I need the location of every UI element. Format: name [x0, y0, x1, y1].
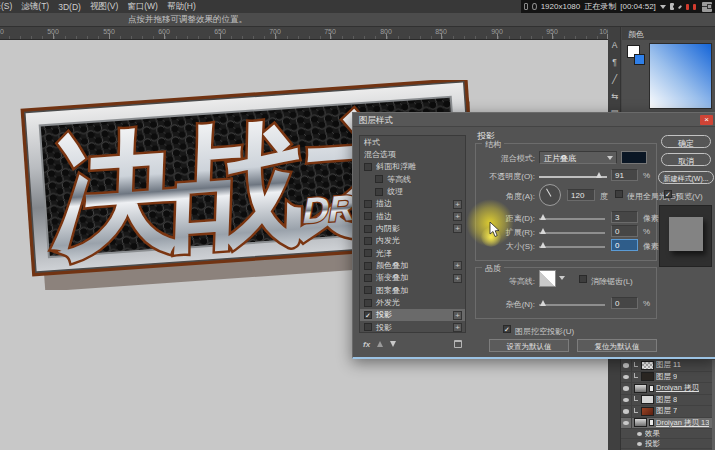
layer-thumbnail[interactable]: [634, 418, 647, 427]
size-slider-handle[interactable]: [540, 242, 546, 248]
style-item-stroke-1[interactable]: 描边: [360, 198, 465, 210]
checkbox-icon[interactable]: [364, 262, 372, 270]
plus-icon[interactable]: [453, 311, 462, 320]
eye-icon[interactable]: [637, 442, 642, 446]
angle-dial[interactable]: [539, 184, 561, 206]
preview-checkbox[interactable]: [664, 190, 672, 198]
noise-value[interactable]: 0: [611, 297, 638, 309]
layer-name[interactable]: 图层 8: [656, 395, 677, 405]
tool-presets-icon[interactable]: ⇆: [608, 88, 621, 105]
layer-thumbnail[interactable]: [641, 395, 654, 404]
fx-button[interactable]: fx: [363, 340, 370, 349]
layer-thumbnail[interactable]: [641, 372, 654, 381]
visibility-toggle[interactable]: [621, 418, 632, 429]
layer-thumbnail[interactable]: [641, 361, 654, 370]
angle-value[interactable]: 120: [567, 189, 595, 201]
plus-icon[interactable]: [453, 261, 462, 270]
plus-icon[interactable]: [453, 212, 462, 221]
background-color-swatch[interactable]: [634, 54, 645, 65]
move-up-icon[interactable]: [377, 341, 383, 347]
menu-help[interactable]: 帮助(H): [167, 1, 196, 13]
antialias-checkbox[interactable]: [579, 275, 587, 283]
spread-slider-handle[interactable]: [540, 228, 546, 234]
color-picker-field[interactable]: [649, 43, 712, 109]
layer-name[interactable]: Droiyan 拷贝: [656, 383, 699, 393]
checkbox-icon[interactable]: [364, 225, 372, 233]
color-panel-tab[interactable]: 颜色: [622, 27, 715, 40]
ok-button[interactable]: 确定: [661, 135, 711, 148]
layer-effects-row[interactable]: 效果: [621, 429, 715, 439]
plus-icon[interactable]: [453, 224, 462, 233]
visibility-toggle[interactable]: [621, 406, 632, 417]
menu-select[interactable]: 选择(S): [0, 1, 12, 13]
effects-label[interactable]: 效果: [645, 429, 660, 439]
layer-thumbnail[interactable]: [634, 384, 647, 393]
menu-window[interactable]: 窗口(W): [127, 1, 158, 13]
spread-value[interactable]: 0: [611, 225, 638, 237]
style-item-inner-glow[interactable]: 内发光: [360, 235, 465, 247]
style-item-color-overlay[interactable]: 颜色叠加: [360, 259, 465, 271]
layer-effect-row[interactable]: 投影: [621, 439, 715, 449]
style-item-inner-shadow[interactable]: 内阴影: [360, 222, 465, 234]
reset-default-button[interactable]: 复位为默认值: [577, 339, 657, 352]
set-default-button[interactable]: 设置为默认值: [489, 339, 569, 352]
blend-mode-select[interactable]: 正片叠底: [539, 151, 617, 164]
checkbox-icon[interactable]: [364, 299, 372, 307]
style-item-outer-glow[interactable]: 外发光: [360, 296, 465, 308]
style-item-pattern-overlay[interactable]: 图案叠加: [360, 284, 465, 296]
size-slider[interactable]: [539, 246, 605, 248]
menu-3d[interactable]: 3D(D): [58, 2, 81, 12]
layer-row[interactable]: Droiyan 拷贝: [621, 383, 715, 395]
new-style-button[interactable]: 新建样式(W)...: [658, 171, 714, 184]
checkbox-icon[interactable]: [364, 212, 372, 220]
layer-row-selected[interactable]: Droiyan 拷贝 13: [621, 418, 715, 430]
style-item-contour[interactable]: 等高线: [360, 173, 465, 185]
spread-slider[interactable]: [539, 232, 605, 234]
delete-effect-icon[interactable]: [454, 340, 462, 348]
style-item-blending-options[interactable]: 混合选项: [360, 148, 465, 160]
recorder-grid-icon[interactable]: [524, 3, 528, 10]
recorder-dropdown-icon[interactable]: [660, 5, 666, 9]
knockout-checkbox[interactable]: [503, 325, 511, 333]
shadow-color-swatch[interactable]: [621, 151, 647, 164]
style-item-bevel-emboss[interactable]: 斜面和浮雕: [360, 161, 465, 173]
noise-slider[interactable]: [539, 304, 605, 306]
checkbox-icon[interactable]: [364, 249, 372, 257]
effect-label[interactable]: 投影: [645, 439, 660, 449]
layer-row[interactable]: 图层 9: [621, 372, 715, 384]
distance-slider-handle[interactable]: [540, 214, 546, 220]
plus-icon[interactable]: [453, 274, 462, 283]
recorder-camera-icon[interactable]: [670, 3, 674, 10]
recorder-zoom-icon[interactable]: [532, 3, 536, 10]
distance-value[interactable]: 3: [611, 211, 638, 223]
opacity-value[interactable]: 91: [611, 169, 638, 181]
layer-name[interactable]: Droiyan 拷贝 13: [656, 418, 709, 428]
distance-slider[interactable]: [539, 218, 605, 220]
checkbox-icon[interactable]: [364, 286, 372, 294]
visibility-toggle[interactable]: [621, 395, 632, 406]
brush-panel-icon[interactable]: ╱: [608, 71, 621, 88]
move-down-icon[interactable]: [390, 341, 396, 347]
style-item-stroke-2[interactable]: 描边: [360, 210, 465, 222]
recorder-pen-icon[interactable]: [678, 4, 682, 8]
checkbox-icon[interactable]: [364, 237, 372, 245]
style-item-drop-shadow-2[interactable]: 投影: [360, 321, 465, 333]
layer-row[interactable]: 图层 8: [621, 395, 715, 407]
noise-slider-handle[interactable]: [540, 300, 546, 306]
contour-dropdown-icon[interactable]: [559, 276, 565, 280]
checkbox-icon[interactable]: [375, 188, 383, 196]
global-light-checkbox[interactable]: [615, 190, 623, 198]
character-panel-icon[interactable]: A: [608, 37, 621, 54]
style-item-styles[interactable]: 样式: [360, 136, 465, 148]
visibility-toggle[interactable]: [621, 360, 632, 371]
style-item-texture[interactable]: 纹理: [360, 185, 465, 197]
checkbox-icon[interactable]: [364, 163, 372, 171]
contour-thumbnail[interactable]: [539, 270, 556, 287]
opacity-slider-handle[interactable]: [596, 172, 602, 178]
recorder-record-button[interactable]: [686, 4, 689, 10]
layer-name[interactable]: 图层 11: [656, 360, 681, 370]
horizontal-ruler[interactable]: 450 500 550 600 650 700 750 800 850 900 …: [0, 27, 608, 40]
checkbox-checked-icon[interactable]: [364, 311, 372, 319]
checkbox-icon[interactable]: [364, 323, 372, 331]
checkbox-icon[interactable]: [364, 274, 372, 282]
